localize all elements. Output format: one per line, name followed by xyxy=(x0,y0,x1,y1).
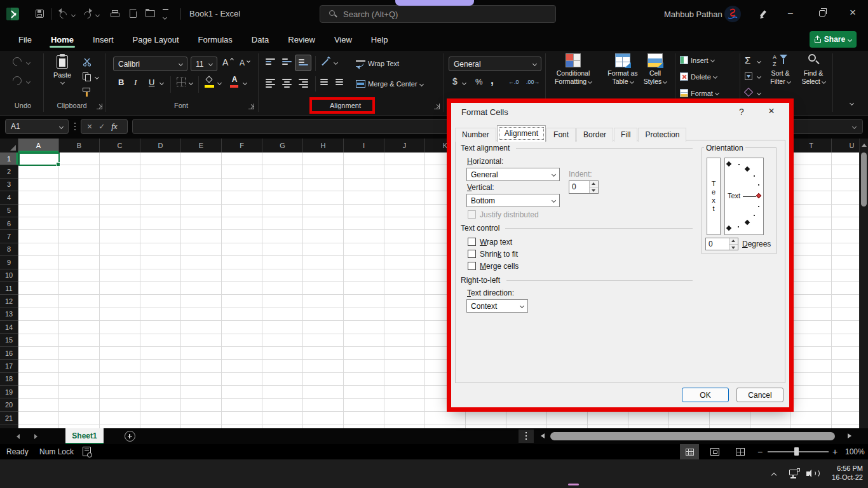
select-all-corner[interactable] xyxy=(0,139,18,152)
customize-toolbar-icon[interactable] xyxy=(163,9,168,22)
horizontal-dropdown[interactable]: General xyxy=(466,168,560,181)
row-header[interactable]: 7 xyxy=(0,230,18,243)
scrollbar-grip[interactable] xyxy=(519,430,534,443)
vertical-dropdown[interactable]: Bottom xyxy=(466,194,560,207)
ribbon-tab[interactable]: Home xyxy=(41,30,83,50)
text-direction-dropdown[interactable]: Context xyxy=(466,299,528,313)
insert-cells-button[interactable]: Insert xyxy=(680,56,714,64)
dialog-tab[interactable]: Alignment xyxy=(497,125,546,142)
underline-button[interactable]: U xyxy=(149,78,154,87)
decrease-indent-icon[interactable]: ←.0 xyxy=(320,79,328,85)
degrees-up-icon[interactable] xyxy=(729,238,738,245)
italic-button[interactable]: I xyxy=(134,78,137,88)
close-button[interactable]: × xyxy=(850,6,856,19)
row-header[interactable]: 10 xyxy=(0,269,18,282)
row-header[interactable]: 4 xyxy=(0,191,18,204)
cancel-entry-icon[interactable]: × xyxy=(87,121,92,132)
name-box[interactable]: A1 xyxy=(5,119,69,134)
hscroll-right-icon[interactable] xyxy=(848,433,851,438)
indent-down-icon[interactable] xyxy=(590,187,598,193)
row-header[interactable]: 6 xyxy=(0,217,18,230)
degrees-spinner[interactable]: 0 xyxy=(705,238,738,250)
name-box-resizer[interactable] xyxy=(74,123,76,124)
paste-button[interactable]: Paste xyxy=(50,55,75,100)
find-select-button[interactable]: Find & Select xyxy=(798,53,829,98)
number-format-combo[interactable]: General xyxy=(449,57,541,71)
row-header[interactable]: 19 xyxy=(0,386,18,398)
ribbon-tab[interactable]: Formulas xyxy=(189,30,242,50)
network-icon[interactable] xyxy=(789,470,800,478)
delete-cells-button[interactable]: Delete xyxy=(680,72,717,81)
dialog-tab[interactable]: Fill xyxy=(614,128,637,142)
row-header[interactable]: 20 xyxy=(0,398,18,411)
draw-pen-icon[interactable] xyxy=(759,10,769,20)
ok-button[interactable]: OK xyxy=(682,388,729,402)
ribbon-tab[interactable]: View xyxy=(325,30,362,50)
column-header[interactable]: A xyxy=(18,139,59,152)
font-color-icon[interactable]: A xyxy=(230,75,239,88)
cancel-button[interactable]: Cancel xyxy=(736,388,783,402)
align-left-icon[interactable] xyxy=(266,79,275,88)
font-size-combo[interactable]: 11 xyxy=(191,57,217,71)
row-header[interactable]: 8 xyxy=(0,243,18,256)
new-sheet-icon[interactable] xyxy=(125,431,135,442)
increase-indent-icon[interactable] xyxy=(336,79,343,85)
row-header[interactable]: 21 xyxy=(0,412,18,424)
restore-button[interactable] xyxy=(819,10,825,17)
ribbon-undo-icon[interactable] xyxy=(13,57,22,69)
dialog-close-icon[interactable]: × xyxy=(768,105,775,118)
shrink-to-fit-checkbox[interactable] xyxy=(468,250,476,258)
align-right-icon[interactable] xyxy=(299,79,308,88)
decrease-font-icon[interactable]: A xyxy=(240,58,250,67)
row-header[interactable]: 1 xyxy=(0,152,18,165)
dialog-tab[interactable]: Protection xyxy=(638,128,686,142)
ribbon-undo-dropdown-icon[interactable] xyxy=(26,60,31,65)
column-header[interactable]: B xyxy=(59,139,100,152)
font-dialog-launcher[interactable] xyxy=(248,104,254,109)
row-header[interactable]: 17 xyxy=(0,360,18,372)
account-name[interactable]: Mahbub Pathan xyxy=(664,10,722,19)
conditional-formatting-button[interactable]: Conditional Formatting xyxy=(550,53,596,98)
middle-align-icon[interactable] xyxy=(282,58,292,65)
alignment-dialog-launcher[interactable] xyxy=(434,104,440,109)
row-header[interactable]: 3 xyxy=(0,179,18,191)
new-file-icon[interactable] xyxy=(130,9,137,18)
column-header[interactable]: U xyxy=(832,139,859,152)
normal-view-button[interactable] xyxy=(680,444,699,459)
tray-clock-date[interactable]: 16-Oct-22 xyxy=(816,473,863,482)
dialog-tab[interactable]: Font xyxy=(546,128,576,142)
indent-up-icon[interactable] xyxy=(590,181,598,187)
format-cells-button[interactable]: Format xyxy=(680,89,719,97)
currency-icon[interactable]: $ xyxy=(452,76,458,86)
column-header[interactable]: E xyxy=(181,139,222,152)
enter-entry-icon[interactable]: ✓ xyxy=(98,122,105,131)
sheet-prev-icon[interactable] xyxy=(17,434,20,439)
print-icon[interactable] xyxy=(111,10,119,18)
zoom-slider-thumb[interactable] xyxy=(794,447,799,456)
ribbon-tab[interactable]: File xyxy=(9,30,41,50)
avatar[interactable] xyxy=(724,6,741,22)
row-header[interactable]: 16 xyxy=(0,347,18,360)
dialog-tab[interactable]: Number xyxy=(455,128,496,142)
dialog-help-icon[interactable]: ? xyxy=(739,107,744,117)
insert-function-icon[interactable]: fx xyxy=(111,121,117,132)
active-cell-selection[interactable] xyxy=(18,152,60,166)
ribbon-tab[interactable]: Help xyxy=(362,30,398,50)
dialog-tab[interactable]: Border xyxy=(576,128,613,142)
column-header[interactable]: G xyxy=(262,139,303,152)
column-header[interactable]: D xyxy=(140,139,181,152)
undo-dropdown-icon[interactable] xyxy=(71,13,76,17)
undo-icon[interactable] xyxy=(60,10,67,21)
column-header[interactable]: I xyxy=(344,139,384,152)
ribbon-tab[interactable]: Review xyxy=(278,30,325,50)
zoom-out-icon[interactable]: − xyxy=(757,447,763,457)
ribbon-tab[interactable]: Insert xyxy=(83,30,123,50)
degrees-down-icon[interactable] xyxy=(729,245,738,250)
zoom-level[interactable]: 100% xyxy=(845,447,865,456)
search-box[interactable]: Search (Alt+Q) xyxy=(320,5,556,23)
ribbon-tab[interactable]: Data xyxy=(242,30,278,50)
fill-icon[interactable] xyxy=(745,72,752,80)
row-header[interactable]: 13 xyxy=(0,308,18,321)
redo-dropdown-icon[interactable] xyxy=(95,13,100,17)
increase-decimal-icon[interactable]: ←.0 xyxy=(508,79,519,85)
